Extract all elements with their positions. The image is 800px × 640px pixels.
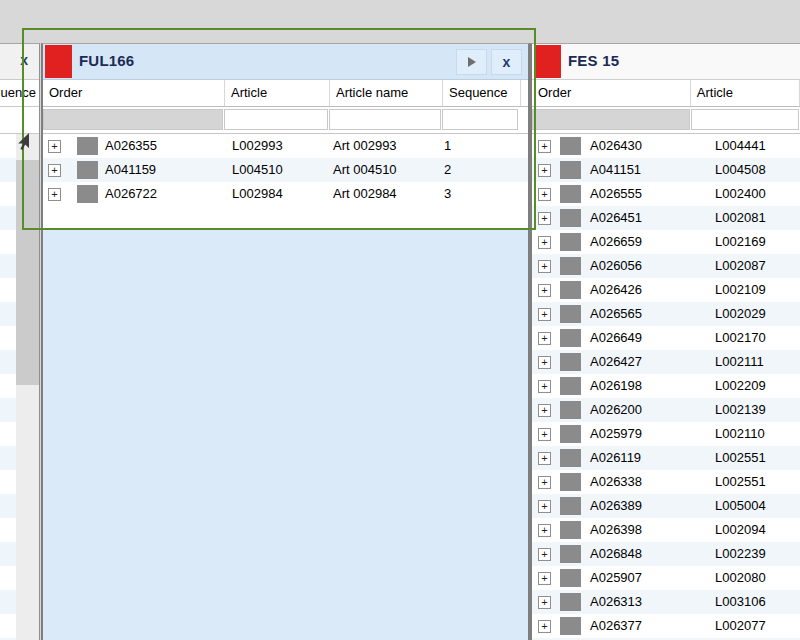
cell-article: L002109 [715,282,766,297]
ful166-titlebar[interactable]: FUL166 x [43,44,528,80]
expand-row-icon[interactable]: + [538,236,551,249]
expand-row-icon[interactable]: + [538,404,551,417]
panel-expand-button[interactable] [456,49,487,75]
table-row[interactable]: +A026565L002029 [532,302,800,326]
expand-row-icon[interactable]: + [538,260,551,273]
table-row[interactable]: +A026430L004441 [532,134,800,158]
table-row [0,350,17,374]
table-row[interactable]: +A026200L002139 [532,398,800,422]
table-row[interactable]: +A025907L002080 [532,566,800,590]
cell-order: A026119 [590,450,641,465]
expand-row-icon[interactable]: + [538,620,551,633]
header-sequence[interactable]: Sequence [443,80,521,106]
filter-article[interactable] [691,109,799,130]
expand-row-icon[interactable]: + [538,596,551,609]
row-color-chip [560,185,581,203]
left-panel-filter-cell[interactable] [0,107,39,134]
header-article[interactable]: Article [691,80,800,106]
expand-row-icon[interactable]: + [538,332,551,345]
row-color-chip [560,305,581,323]
expand-row-icon[interactable]: + [538,284,551,297]
expand-row-icon[interactable]: + [538,452,551,465]
table-row[interactable]: +A026198L002209 [532,374,800,398]
expand-row-icon[interactable]: + [538,188,551,201]
expand-row-icon[interactable]: + [48,188,61,201]
expand-row-icon[interactable]: + [538,476,551,489]
expand-row-icon[interactable]: + [538,308,551,321]
cell-article: L002087 [715,258,766,273]
table-row[interactable]: +A026555L002400 [532,182,800,206]
row-color-chip [560,545,581,563]
scrollbar-thumb[interactable] [16,160,39,385]
table-row[interactable]: +A026313L003106 [532,590,800,614]
header-order[interactable]: Order [532,80,691,106]
table-row[interactable]: +A025979L002110 [532,422,800,446]
expand-row-icon[interactable]: + [538,572,551,585]
cell-order: A026848 [590,546,642,561]
table-row[interactable]: +A026056L002087 [532,254,800,278]
table-row[interactable]: +A026338L002551 [532,470,800,494]
table-row[interactable]: +A041159L004510Art 0045102 [43,158,528,182]
table-row [0,590,17,614]
table-row [0,134,17,158]
cell-sequence: 2 [444,162,451,177]
ful166-filter-row [43,107,528,134]
panel-close-button[interactable]: x [491,49,522,75]
header-article-name[interactable]: Article name [330,80,443,106]
table-row[interactable]: +A026722L002984Art 0029843 [43,182,528,206]
panel-status-chip [534,45,561,78]
filter-article-name[interactable] [329,109,441,130]
header-article[interactable]: Article [225,80,330,106]
table-row[interactable]: +A041151L004508 [532,158,800,182]
cell-article: L002209 [715,378,766,393]
expand-row-icon[interactable]: + [538,380,551,393]
expand-row-icon[interactable]: + [538,500,551,513]
workspace: x uence FUL166 x Order Article Article n… [0,0,800,640]
cell-sequence: 3 [444,186,451,201]
left-panel-titlebar[interactable]: x [0,44,39,80]
fes15-titlebar[interactable]: FES 15 [532,44,800,80]
table-row[interactable]: +A026451L002081 [532,206,800,230]
table-row [0,470,17,494]
table-row[interactable]: +A026119L002551 [532,446,800,470]
expand-row-icon[interactable]: + [538,524,551,537]
table-row[interactable]: +A026659L002169 [532,230,800,254]
cell-article: L002094 [715,522,766,537]
table-row[interactable]: +A026398L002094 [532,518,800,542]
expand-row-icon[interactable]: + [48,164,61,177]
expand-row-icon[interactable]: + [538,164,551,177]
filter-article[interactable] [224,109,328,130]
table-row[interactable]: +A026649L002170 [532,326,800,350]
cell-article: L004508 [715,162,766,177]
expand-row-icon[interactable]: + [538,212,551,225]
left-panel-header-sequence[interactable]: uence [0,80,39,107]
table-row[interactable]: +A026427L002111 [532,350,800,374]
cell-order: A026389 [590,498,642,513]
cell-order: A025979 [590,426,642,441]
table-row[interactable]: +A026377L002077 [532,614,800,638]
left-panel-scrollbar[interactable] [16,134,39,640]
table-row [0,494,17,518]
expand-row-icon[interactable]: + [48,140,61,153]
filter-order[interactable] [532,109,690,130]
expand-row-icon[interactable]: + [538,548,551,561]
header-order[interactable]: Order [43,80,225,106]
expand-row-icon[interactable]: + [538,356,551,369]
cell-article: L002993 [232,138,283,153]
expand-row-icon[interactable]: + [538,140,551,153]
row-color-chip [77,137,98,155]
close-icon[interactable]: x [20,52,28,68]
play-arrow-icon [468,57,476,67]
cell-article: L002170 [715,330,766,345]
table-row[interactable]: +A026848L002239 [532,542,800,566]
table-row[interactable]: +A026355L002993Art 0029931 [43,134,528,158]
row-color-chip [560,617,581,635]
table-row[interactable]: +A026426L002109 [532,278,800,302]
filter-sequence[interactable] [442,109,518,130]
cell-order: A026313 [590,594,642,609]
expand-row-icon[interactable]: + [538,428,551,441]
cell-order: A026427 [590,354,642,369]
panel-title: FUL166 [79,52,134,69]
table-row[interactable]: +A026389L005004 [532,494,800,518]
filter-order[interactable] [43,109,223,130]
